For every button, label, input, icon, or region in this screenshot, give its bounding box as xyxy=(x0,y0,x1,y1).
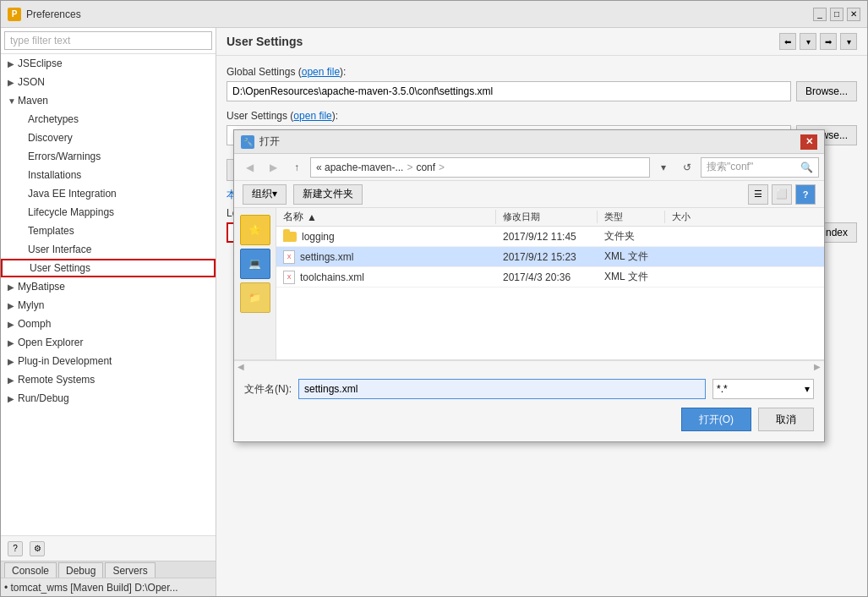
tab-debug-label: Debug xyxy=(66,565,96,577)
file-row-settings-xml[interactable]: X settings.xml 2017/9/12 15:23 XML 文件 xyxy=(276,247,824,267)
arrow-icon: ▶ xyxy=(8,78,18,87)
col-name-header[interactable]: 名称 ▲ xyxy=(276,210,496,224)
dialog-title-bar: 🔧 打开 ✕ xyxy=(234,130,824,154)
tab-console-label: Console xyxy=(12,565,49,577)
tab-debug[interactable]: Debug xyxy=(58,562,103,578)
filetype-select[interactable]: *.* ▾ xyxy=(712,379,814,399)
organize-label: 组织▾ xyxy=(252,187,277,201)
tree-item-remote-systems[interactable]: ▶ Remote Systems xyxy=(1,370,216,389)
tree-item-maven[interactable]: ▼ Maven xyxy=(1,91,216,110)
right-panel: User Settings ⬅ ▾ ➡ ▾ Global Settings (o… xyxy=(216,28,867,596)
tree-item-installations[interactable]: Installations xyxy=(1,166,216,184)
dialog-close-button[interactable]: ✕ xyxy=(800,134,817,150)
global-open-file-link[interactable]: open file xyxy=(302,66,340,78)
tree-item-oomph[interactable]: ▶ Oomph xyxy=(1,315,216,333)
horizontal-scrollbar[interactable]: ◀ ▶ xyxy=(234,360,824,372)
dialog-title: 打开 xyxy=(259,134,800,149)
minimize-button[interactable]: _ xyxy=(813,8,827,21)
xml-icon-toolchains: X xyxy=(283,271,295,284)
settings-icon[interactable]: ⚙ xyxy=(30,541,45,556)
tree-item-plugin-dev[interactable]: ▶ Plug-in Development xyxy=(1,352,216,370)
tree-label: User Interface xyxy=(28,244,91,255)
global-settings-input[interactable] xyxy=(227,81,791,101)
dropdown2-button[interactable]: ▾ xyxy=(840,33,857,50)
dropdown-button[interactable]: ▾ xyxy=(800,33,816,50)
tree-item-mybatipse[interactable]: ▶ MyBatipse xyxy=(1,277,216,296)
open-button[interactable]: 打开(O) xyxy=(681,408,751,431)
tree-label: Java EE Integration xyxy=(28,188,117,200)
file-label-toolchains: toolchains.xml xyxy=(300,271,364,283)
tree-item-user-settings[interactable]: User Settings xyxy=(1,259,216,277)
cancel-button[interactable]: 取消 xyxy=(758,408,814,431)
col-size-header[interactable]: 大小 xyxy=(665,211,716,223)
folder-nav-icon[interactable]: 📁 xyxy=(240,282,270,313)
up-nav-button[interactable]: ↑ xyxy=(287,157,307,178)
dialog-help-button[interactable]: ? xyxy=(795,184,816,205)
tree-item-archetypes[interactable]: Archetypes xyxy=(1,110,216,129)
bottom-status-bar: • tomcat_wms [Maven Build] D:\Oper... xyxy=(1,578,216,596)
file-date-toolchains: 2017/4/3 20:36 xyxy=(496,271,598,283)
tree-label: Lifecycle Mappings xyxy=(28,206,114,218)
view-toggle-button[interactable]: ☰ xyxy=(748,184,768,205)
filename-input[interactable] xyxy=(298,379,706,399)
tree-item-templates[interactable]: Templates xyxy=(1,222,216,240)
global-browse-button[interactable]: Browse... xyxy=(796,81,857,101)
tree-label: Plug-in Development xyxy=(18,355,112,367)
title-bar: P Preferences _ □ ✕ xyxy=(1,1,867,28)
tree-item-jseclipse[interactable]: ▶ JSEclipse xyxy=(1,54,216,73)
back-nav-button[interactable]: ◀ xyxy=(239,157,259,178)
tree-label: Remote Systems xyxy=(18,374,95,386)
file-row-logging[interactable]: logging 2017/9/12 11:45 文件夹 xyxy=(276,227,824,247)
filter-input[interactable] xyxy=(4,31,212,50)
desktop-nav-icon[interactable]: 💻 xyxy=(240,249,270,279)
dialog-bottom: 文件名(N): *.* ▾ 打开(O) 取消 xyxy=(234,372,824,441)
file-type-settings: XML 文件 xyxy=(598,249,665,264)
tree-item-mylyn[interactable]: ▶ Mylyn xyxy=(1,296,216,315)
search-icon[interactable]: 🔍 xyxy=(800,162,813,173)
dialog-action-row: 打开(O) 取消 xyxy=(244,404,814,435)
search-box: 搜索"conf" 🔍 xyxy=(701,157,819,178)
file-list: 名称 ▲ 修改日期 类型 大小 logging xyxy=(276,208,824,359)
tree-item-json[interactable]: ▶ JSON xyxy=(1,73,216,91)
breadcrumb-sep2: > xyxy=(439,162,445,173)
close-button[interactable]: ✕ xyxy=(847,8,860,21)
view-pane-button[interactable]: ⬜ xyxy=(772,184,792,205)
tree-item-run-debug[interactable]: ▶ Run/Debug xyxy=(1,389,216,408)
col-date-header[interactable]: 修改日期 xyxy=(496,211,598,223)
tab-servers[interactable]: Servers xyxy=(105,562,155,578)
help-icon[interactable]: ? xyxy=(8,541,23,556)
file-row-toolchains-xml[interactable]: X toolchains.xml 2017/4/3 20:36 XML 文件 xyxy=(276,267,824,288)
tree-item-errors-warnings[interactable]: Errors/Warnings xyxy=(1,147,216,166)
tree-label: Archetypes xyxy=(28,113,79,125)
breadcrumb-root: « apache-maven-... xyxy=(316,162,403,173)
header-nav-icons: ⬅ ▾ ➡ ▾ xyxy=(779,33,857,50)
tree-item-user-interface[interactable]: User Interface xyxy=(1,240,216,259)
tree-area: ▶ JSEclipse ▶ JSON ▼ Maven Archetypes xyxy=(1,54,216,535)
dropdown-nav-button[interactable]: ▾ xyxy=(653,157,674,178)
tree-item-javaee[interactable]: Java EE Integration xyxy=(1,184,216,203)
arrow-icon: ▶ xyxy=(8,357,18,366)
tree-item-lifecycle[interactable]: Lifecycle Mappings xyxy=(1,203,216,222)
user-open-file-link[interactable]: open file xyxy=(293,110,331,122)
organize-button[interactable]: 组织▾ xyxy=(243,184,287,205)
bottom-tabs: Console Debug Servers xyxy=(1,561,216,578)
content-area: ▶ JSEclipse ▶ JSON ▼ Maven Archetypes xyxy=(1,28,867,596)
tree-item-open-explorer[interactable]: ▶ Open Explorer xyxy=(1,333,216,352)
tree-item-discovery[interactable]: Discovery xyxy=(1,129,216,147)
breadcrumb-folder: conf xyxy=(416,162,435,173)
back-button[interactable]: ⬅ xyxy=(779,33,796,50)
forward-button[interactable]: ➡ xyxy=(820,33,837,50)
favorites-nav-icon[interactable]: ⭐ xyxy=(240,215,270,245)
maximize-button[interactable]: □ xyxy=(830,8,843,21)
tab-console[interactable]: Console xyxy=(4,562,57,578)
bottom-bar-text: • tomcat_wms [Maven Build] D:\Oper... xyxy=(4,582,178,594)
tree-label: Templates xyxy=(28,225,74,237)
file-list-header: 名称 ▲ 修改日期 类型 大小 xyxy=(276,208,824,227)
col-type-header[interactable]: 类型 xyxy=(598,211,665,223)
tab-servers-label: Servers xyxy=(112,565,147,577)
dialog-file-area: ⭐ 💻 📁 名称 ▲ 修改日期 类型 xyxy=(234,208,824,360)
forward-nav-button[interactable]: ▶ xyxy=(263,157,283,178)
new-folder-button[interactable]: 新建文件夹 xyxy=(293,184,363,205)
file-type-logging: 文件夹 xyxy=(598,229,665,244)
refresh-nav-button[interactable]: ↺ xyxy=(677,157,697,178)
